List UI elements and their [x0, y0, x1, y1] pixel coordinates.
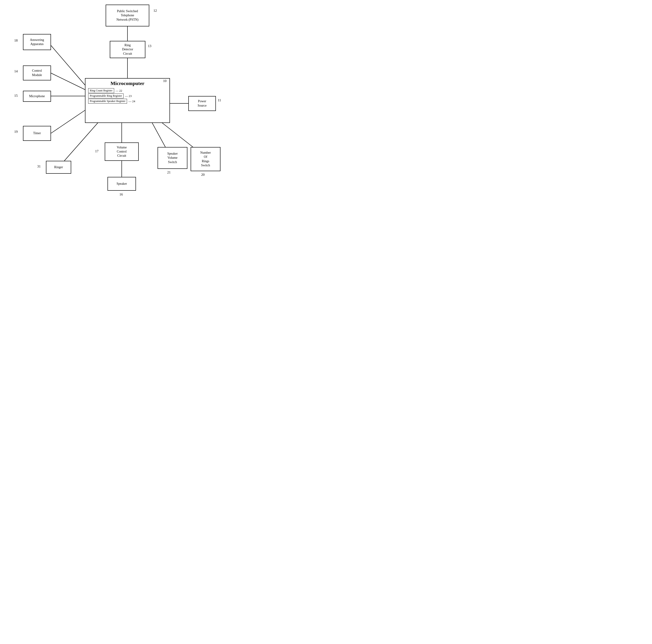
answering-num: 18 — [14, 38, 18, 43]
reg1-num: — 22 — [115, 89, 122, 92]
registers-container: Ring Count Register — 22 Programmable Ri… — [85, 87, 169, 105]
ringer-num: 31 — [37, 164, 40, 168]
volume-control-box: Volume Control Circuit — [105, 142, 139, 161]
power-num: 11 — [218, 98, 221, 102]
speaker-switch-label: Speaker Volume Switch — [167, 152, 178, 164]
ringer-label: Ringer — [54, 165, 63, 169]
control-box: Control Module — [23, 65, 51, 80]
ring-detector-label: Ring Detector Circuit — [122, 43, 133, 56]
reg2-box: Programmable Ring Register — [88, 93, 124, 98]
ringer-box: Ringer — [46, 161, 71, 174]
speaker-switch-box: Speaker Volume Switch — [158, 147, 187, 169]
speaker-box: Speaker — [107, 177, 136, 191]
control-label: Control Module — [32, 69, 42, 77]
reg2-num: — 23 — [125, 94, 132, 98]
microcomputer-box: Microcomputer Ring Count Register — 22 P… — [85, 78, 170, 123]
power-label: Power Source — [198, 99, 207, 108]
speaker-num: 16 — [119, 192, 123, 196]
diagram: Public Switched Telephone Network (PSTN)… — [0, 0, 230, 230]
answering-box: Answering Apparatus — [23, 34, 51, 50]
ring-detector-box: Ring Detector Circuit — [110, 41, 145, 58]
volume-control-num: 17 — [95, 149, 99, 153]
pstn-num: 12 — [154, 9, 157, 12]
microphone-box: Microphone — [23, 91, 51, 102]
pstn-label: Public Switched Telephone Network (PSTN) — [116, 9, 138, 22]
reg2-row: Programmable Ring Register — 23 — [88, 93, 167, 98]
ring-detector-num: 13 — [148, 44, 151, 48]
speaker-switch-num: 21 — [167, 170, 171, 175]
speaker-label: Speaker — [116, 182, 127, 186]
power-box: Power Source — [188, 96, 216, 111]
reg3-num: — 24 — [128, 100, 135, 103]
reg1-row: Ring Count Register — 22 — [88, 88, 167, 93]
rings-switch-label: Number Of Rings Switch — [200, 151, 211, 167]
timer-num: 19 — [14, 130, 18, 134]
control-num: 14 — [14, 70, 18, 73]
svg-line-2 — [51, 46, 85, 85]
reg3-row: Programmable Speaker Register — 24 — [88, 99, 167, 104]
reg3-box: Programmable Speaker Register — [88, 99, 127, 104]
volume-control-label: Volume Control Circuit — [117, 145, 127, 158]
answering-label: Answering Apparatus — [30, 38, 44, 46]
timer-box: Timer — [23, 126, 51, 141]
pstn-box: Public Switched Telephone Network (PSTN) — [106, 5, 149, 26]
timer-label: Timer — [33, 131, 41, 135]
svg-line-7 — [64, 122, 99, 161]
microphone-label: Microphone — [29, 94, 45, 98]
rings-switch-box: Number Of Rings Switch — [191, 147, 220, 171]
reg1-box: Ring Count Register — [88, 88, 114, 93]
svg-line-3 — [51, 73, 85, 89]
microcomputer-title: Microcomputer — [85, 79, 169, 87]
rings-switch-num: 20 — [201, 173, 205, 177]
microphone-num: 15 — [14, 94, 18, 98]
svg-line-5 — [51, 110, 85, 133]
microcomputer-num: 10 — [163, 79, 166, 83]
svg-line-11 — [161, 122, 193, 147]
svg-line-10 — [152, 122, 165, 147]
